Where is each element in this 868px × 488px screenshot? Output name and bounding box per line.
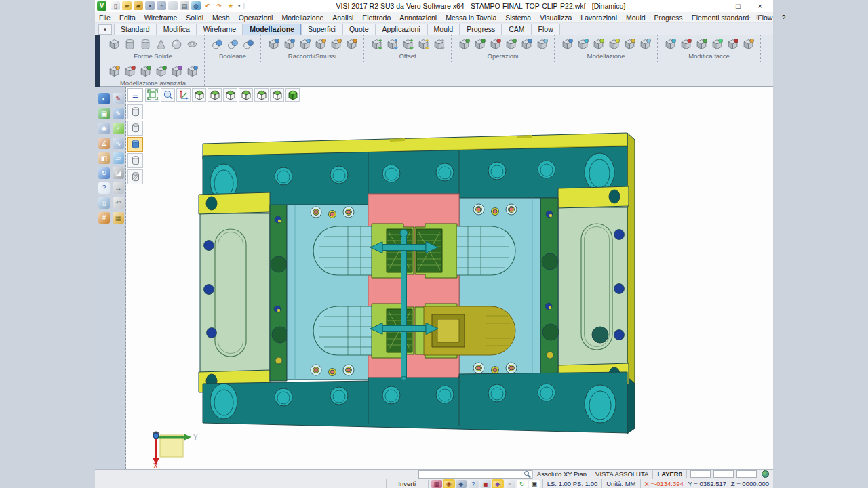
iso-view-3-icon[interactable] — [223, 88, 237, 102]
ribbon-tab[interactable]: Standard — [114, 24, 157, 35]
selection-filter-icon[interactable]: ▦ — [431, 480, 442, 488]
shaded-mode-icon[interactable] — [127, 137, 143, 152]
remove-face-icon[interactable] — [679, 37, 692, 52]
ribbon-tab[interactable]: Modifica — [157, 24, 197, 35]
fillet-variable-icon[interactable] — [282, 37, 296, 52]
fill-tool-icon[interactable]: ◆ — [456, 480, 467, 488]
advanced-feature-6-icon[interactable] — [185, 64, 199, 79]
boolean-union-icon[interactable] — [210, 37, 224, 52]
highlight-tool-icon[interactable]: ◉ — [443, 480, 454, 488]
menu-item[interactable]: File — [99, 14, 111, 22]
ribbon-tab[interactable]: Modellazione — [243, 24, 301, 35]
ribbon-tab[interactable]: Wireframe — [197, 24, 243, 35]
mdi-restore-button[interactable]: □ — [756, 12, 760, 22]
align-face-icon[interactable] — [638, 37, 652, 52]
advanced-feature-5-icon[interactable] — [170, 64, 183, 79]
taper-face-icon[interactable] — [623, 37, 636, 52]
redo-icon[interactable]: ↷ — [214, 1, 224, 10]
curve-tool-icon[interactable]: ∿ — [113, 138, 124, 149]
stitch-solid-icon[interactable] — [504, 37, 517, 52]
iso-view-1-icon[interactable] — [192, 88, 206, 102]
validate-solid-icon[interactable] — [488, 37, 502, 52]
iso-view-6-icon[interactable] — [270, 88, 284, 102]
undo-icon[interactable]: ↶ — [203, 1, 212, 10]
fillet-constant-icon[interactable] — [267, 37, 280, 52]
chamfer-icon[interactable] — [329, 37, 342, 52]
chamfer-face-icon[interactable] — [344, 37, 358, 52]
qat-dropdown-icon[interactable]: ▾ — [238, 3, 241, 9]
shaded-edges-mode-icon[interactable] — [127, 153, 143, 168]
export-icon[interactable]: → — [168, 1, 178, 10]
orient-view-icon[interactable] — [176, 88, 191, 102]
menu-item[interactable]: Modellazione — [281, 14, 323, 22]
delete-face-icon[interactable] — [726, 37, 739, 52]
offset-body-icon[interactable] — [432, 37, 446, 52]
ribbon-dropdown-button[interactable]: ▼ — [98, 24, 112, 35]
ribbon-tab[interactable]: Progress — [460, 24, 502, 35]
erase-entity-icon[interactable]: ✎ — [113, 93, 124, 104]
fillet-face-icon[interactable] — [298, 37, 311, 52]
replace-face-icon[interactable] — [591, 37, 605, 52]
iso-view-2-icon[interactable] — [208, 88, 222, 102]
transparent-mode-icon[interactable] — [127, 169, 143, 184]
open-file-icon[interactable]: ▰ — [122, 1, 132, 10]
close-button[interactable]: × — [758, 1, 762, 12]
box-primitive-icon[interactable] — [107, 37, 121, 52]
move-face-icon[interactable] — [576, 37, 589, 52]
search-input[interactable] — [419, 471, 524, 478]
menu-item[interactable]: Analisi — [332, 14, 353, 22]
inverti-cell[interactable]: Inverti — [386, 479, 428, 488]
offset-solid-icon[interactable] — [370, 37, 383, 52]
menu-item[interactable]: Messa in Tavola — [446, 14, 496, 22]
context-help-icon[interactable]: ? — [468, 480, 479, 488]
advanced-feature-1-icon[interactable] — [107, 64, 121, 79]
copy-face-icon[interactable] — [694, 37, 708, 52]
fillet-blend-icon[interactable] — [313, 37, 327, 52]
minimize-button[interactable]: – — [714, 1, 718, 12]
save-icon[interactable]: ▪ — [145, 1, 155, 10]
sketch-edit-icon[interactable]: ✎ — [113, 108, 124, 119]
solid-shade-icon[interactable]: ◪ — [113, 167, 124, 179]
new-document-icon[interactable]: ▯ — [111, 1, 120, 10]
menu-item[interactable]: Annotazioni — [399, 14, 437, 22]
help-info-icon[interactable]: ? — [98, 182, 110, 194]
menu-item[interactable]: ? — [781, 14, 785, 22]
menu-item[interactable]: Mesh — [212, 14, 230, 22]
maximize-button[interactable]: □ — [736, 1, 741, 12]
status-box-1[interactable] — [690, 470, 711, 478]
favorites-icon[interactable]: ★ — [226, 1, 235, 10]
ribbon-tab[interactable]: Mould — [427, 24, 460, 35]
insert-face-icon[interactable] — [710, 37, 724, 52]
mdi-close-button[interactable]: × — [766, 12, 770, 22]
menu-item[interactable]: Lavorazioni — [580, 14, 617, 22]
search-globe-icon[interactable]: ◍ — [191, 1, 201, 10]
wireframe-mode-icon[interactable] — [127, 104, 143, 119]
sphere-primitive-icon[interactable] — [170, 37, 183, 52]
fit-view-icon[interactable] — [145, 88, 159, 102]
view-name-cell[interactable]: VISTA ASSOLUTA — [591, 470, 652, 479]
edit-face-icon[interactable] — [663, 37, 677, 52]
globe-icon[interactable] — [762, 470, 769, 478]
import-file-icon[interactable]: ▰ — [134, 1, 143, 10]
menu-item[interactable]: Operazioni — [239, 14, 273, 22]
window-layout-icon[interactable]: ▣ — [529, 480, 540, 488]
texture-image-icon[interactable]: ▦ — [113, 212, 124, 224]
shaded-view-icon[interactable] — [285, 88, 300, 102]
mesh-web-icon[interactable]: # — [98, 212, 110, 224]
print-icon[interactable]: ▤ — [180, 1, 189, 10]
regenerate-icon[interactable]: ↻ — [98, 167, 110, 179]
menu-item[interactable]: Edita — [119, 14, 136, 22]
viewport-3d[interactable]: ≡ — [126, 87, 773, 469]
hidden-line-mode-icon[interactable] — [127, 121, 143, 136]
menu-item[interactable]: Elementi standard — [692, 14, 749, 22]
mdi-minimize-button[interactable]: – — [747, 12, 750, 22]
status-box-2[interactable] — [713, 470, 734, 478]
advanced-feature-2-icon[interactable] — [123, 64, 136, 79]
ribbon-tab[interactable]: Applicazioni — [376, 24, 427, 35]
torus-primitive-icon[interactable] — [185, 37, 199, 52]
extrude-operation-icon[interactable] — [457, 37, 471, 52]
glass-pane-icon[interactable]: ▱ — [113, 152, 124, 164]
zoom-previous-icon[interactable] — [161, 88, 175, 102]
ribbon-tab[interactable]: Flow — [532, 24, 560, 35]
advanced-feature-4-icon[interactable] — [154, 64, 167, 79]
